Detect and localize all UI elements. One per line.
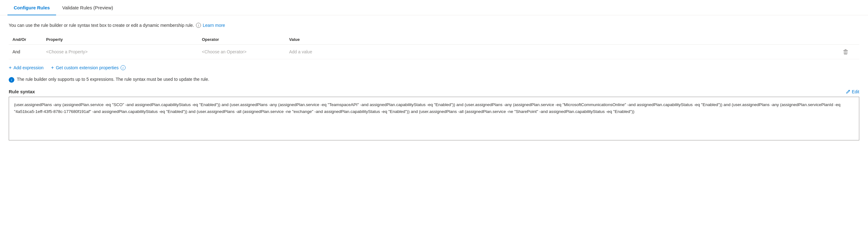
- value-placeholder: Add a value: [289, 49, 312, 54]
- notice-text: The rule builder only supports up to 5 e…: [17, 77, 209, 82]
- notice-row: i The rule builder only supports up to 5…: [9, 77, 859, 83]
- get-custom-label: Get custom extension properties: [56, 65, 119, 70]
- delete-row-button[interactable]: [841, 48, 850, 56]
- operator-placeholder: <Choose an Operator>: [202, 49, 246, 54]
- rule-builder-table: And/Or Property Operator Value And <Choo…: [9, 35, 859, 59]
- add-expression-label: Add expression: [13, 65, 43, 70]
- table-row: And <Choose a Property> <Choose an Opera…: [9, 45, 859, 59]
- col-header-and-or: And/Or: [9, 35, 46, 45]
- property-placeholder: <Choose a Property>: [46, 49, 88, 54]
- cell-operator[interactable]: <Choose an Operator>: [202, 45, 289, 59]
- col-header-property: Property: [46, 35, 202, 45]
- col-header-operator: Operator: [202, 35, 289, 45]
- edit-label: Edit: [852, 89, 859, 94]
- get-custom-extension-link[interactable]: + Get custom extension properties i: [51, 65, 126, 71]
- cell-value[interactable]: Add a value: [289, 45, 841, 59]
- get-custom-plus-icon: +: [51, 65, 54, 71]
- description-row: You can use the rule builder or rule syn…: [9, 23, 859, 28]
- description-text: You can use the rule builder or rule syn…: [9, 23, 194, 28]
- pencil-icon: [846, 89, 850, 94]
- tabs-bar: Configure Rules Validate Rules (Preview): [0, 0, 868, 15]
- content-area: You can use the rule builder or rule syn…: [0, 15, 868, 148]
- col-header-value: Value: [289, 35, 841, 45]
- custom-info-icon: i: [121, 65, 126, 70]
- notice-icon: i: [9, 77, 14, 83]
- add-expression-link[interactable]: + Add expression: [9, 65, 43, 71]
- rule-syntax-box[interactable]: (user.assignedPlans -any (assignedPlan.s…: [9, 97, 859, 140]
- edit-rule-syntax-link[interactable]: Edit: [846, 89, 859, 94]
- rule-syntax-section: Rule syntax Edit (user.assignedPlans -an…: [9, 89, 859, 140]
- table-header-row: And/Or Property Operator Value: [9, 35, 859, 45]
- actions-row: + Add expression + Get custom extension …: [9, 65, 859, 71]
- tab-validate-rules[interactable]: Validate Rules (Preview): [56, 0, 119, 15]
- add-expression-plus-icon: +: [9, 65, 11, 71]
- learn-more-link[interactable]: Learn more: [203, 23, 225, 28]
- cell-delete: [841, 45, 859, 59]
- tab-configure-rules[interactable]: Configure Rules: [7, 0, 56, 15]
- rule-syntax-title: Rule syntax: [9, 89, 35, 94]
- description-info-icon: i: [196, 23, 201, 28]
- watermark-area: (user.assignedPlans -any (assignedPlan.s…: [9, 97, 859, 140]
- cell-and-or: And: [9, 45, 46, 59]
- page-container: Configure Rules Validate Rules (Preview)…: [0, 0, 868, 234]
- svg-rect-3: [847, 51, 847, 54]
- svg-rect-1: [845, 49, 846, 50]
- rule-syntax-header: Rule syntax Edit: [9, 89, 859, 94]
- svg-rect-2: [844, 51, 844, 54]
- trash-icon: [843, 49, 848, 55]
- cell-property[interactable]: <Choose a Property>: [46, 45, 202, 59]
